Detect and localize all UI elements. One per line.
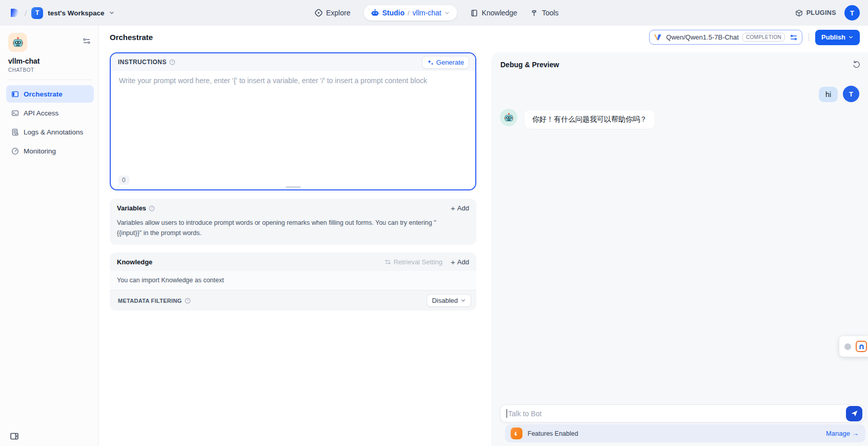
features-label: Features Enabled (528, 430, 578, 437)
gauge-icon (11, 147, 19, 155)
variables-description: Variables allow users to introduce promp… (110, 212, 476, 245)
header-divider (809, 33, 809, 41)
app-settings-icon[interactable] (83, 37, 91, 47)
sidebar-item-api-access[interactable]: API Access (6, 104, 94, 122)
plugins-button[interactable]: PLUGINS (795, 9, 836, 17)
retrieval-setting-label: Retrieval Setting (394, 258, 442, 266)
svg-text:?: ? (171, 60, 173, 64)
model-params-icon[interactable] (790, 33, 798, 42)
nav-knowledge[interactable]: Knowledge (471, 9, 517, 17)
robot-icon (371, 9, 379, 17)
nav-explore[interactable]: Explore (314, 9, 350, 17)
add-label: Add (457, 258, 469, 266)
extension-icon[interactable] (856, 341, 867, 352)
chevron-down-icon[interactable] (445, 10, 450, 16)
send-button[interactable] (846, 406, 862, 421)
nav-pill-slash: / (408, 9, 410, 17)
breadcrumb-slash: / (25, 9, 27, 17)
app-root: / T test's Workspace Explore (0, 0, 868, 446)
user-message-bubble: hi (819, 87, 838, 102)
debug-preview-title: Debug & Preview (500, 61, 559, 69)
explore-icon (314, 9, 322, 17)
debug-preview-panel: Debug & Preview hi T (491, 52, 868, 446)
knowledge-empty-text: You can import Knowledge as context (110, 271, 476, 290)
nav-tools-label: Tools (542, 9, 559, 17)
help-circle-icon[interactable]: ? (169, 59, 175, 65)
generate-label: Generate (436, 59, 464, 66)
app-icon (8, 33, 27, 52)
sidebar-item-monitoring[interactable]: Monitoring (6, 142, 94, 160)
resize-handle[interactable] (286, 186, 301, 188)
metadata-filtering-label: METADATA FILTERING (118, 298, 182, 304)
generate-button[interactable]: Generate (422, 56, 469, 69)
knowledge-title: Knowledge (117, 258, 152, 266)
help-circle-icon[interactable]: ? (149, 205, 155, 211)
bot-message-bubble: 你好！有什么问题我可以帮助你吗？ (524, 110, 655, 129)
metadata-filtering-row: METADATA FILTERING ? Disabled (110, 290, 476, 311)
sparkles-icon (427, 59, 434, 66)
sidebar-item-label: Monitoring (24, 147, 56, 155)
features-bar: Features Enabled Manage → (505, 424, 865, 442)
svg-text:?: ? (151, 206, 153, 210)
dify-logo[interactable] (9, 7, 20, 18)
nav-studio-active[interactable]: Studio / vllm-chat (364, 5, 457, 21)
svg-text:?: ? (187, 299, 189, 302)
arrow-right-icon: → (852, 430, 859, 437)
sidebar-app-name: vllm-chat (8, 57, 92, 65)
chat-input-box[interactable] (500, 404, 865, 422)
manage-label: Manage (826, 430, 850, 437)
help-circle-icon[interactable]: ? (185, 298, 191, 304)
drag-dot-icon (844, 343, 851, 350)
add-label: Add (457, 204, 469, 212)
prompt-editor[interactable]: Write your prompt word here, enter '{' t… (111, 71, 475, 189)
workspace-name[interactable]: test's Workspace (48, 9, 104, 17)
metadata-filtering-select[interactable]: Disabled (427, 294, 471, 307)
orchestrate-icon (11, 90, 19, 98)
nav-explore-label: Explore (326, 9, 350, 17)
sidebar-item-logs-annotations[interactable]: Logs & Annotations (6, 123, 94, 141)
sliders-icon (385, 259, 391, 265)
document-list-icon (11, 128, 19, 136)
prompt-placeholder: Write your prompt word here, enter '{' t… (119, 76, 427, 85)
instructions-title: INSTRUCTIONS (118, 59, 167, 66)
avatar: T (843, 86, 859, 102)
book-icon (471, 9, 478, 17)
top-bar: / T test's Workspace Explore (0, 0, 868, 26)
add-knowledge-button[interactable]: + Add (451, 258, 469, 266)
page-title: Orchestrate (110, 33, 153, 42)
nav-tools[interactable]: Tools (531, 9, 559, 17)
floating-extension-widget[interactable] (839, 336, 868, 357)
chevron-down-icon[interactable] (109, 10, 115, 16)
chat-message-bot: 你好！有什么问题我可以帮助你吗？ (500, 109, 859, 129)
publish-label: Publish (821, 33, 845, 41)
cube-icon (795, 9, 803, 17)
retrieval-setting-button[interactable]: Retrieval Setting (385, 258, 442, 266)
bot-avatar (500, 109, 517, 126)
orchestrate-config-column: INSTRUCTIONS ? Generate Write (98, 49, 491, 446)
variables-title: Variables (117, 204, 146, 212)
plus-icon: + (451, 204, 455, 212)
restart-conversation-icon[interactable] (852, 60, 861, 69)
chat-bottom-area: Features Enabled Manage → (500, 404, 865, 442)
terminal-icon (11, 109, 19, 117)
sidebar-item-orchestrate[interactable]: Orchestrate (6, 85, 94, 103)
app-type-badge: CHATBOT (8, 67, 92, 73)
manage-features-link[interactable]: Manage → (826, 430, 859, 437)
send-icon (851, 410, 858, 417)
vllm-logo-icon (654, 33, 662, 42)
char-count-badge: 0 (118, 176, 130, 185)
nav-app-name: vllm-chat (413, 9, 441, 17)
workspace-avatar[interactable]: T (31, 7, 43, 19)
hammer-icon (531, 9, 538, 17)
publish-button[interactable]: Publish (815, 30, 860, 45)
chevron-down-icon (460, 298, 466, 303)
chat-input[interactable] (508, 410, 841, 418)
nav-knowledge-label: Knowledge (482, 9, 517, 17)
add-variable-button[interactable]: + Add (451, 204, 469, 212)
user-avatar[interactable]: T (844, 5, 860, 21)
collapse-sidebar-button[interactable] (10, 432, 19, 443)
model-selector[interactable]: Qwen/Qwen1.5-7B-Chat COMPLETION (649, 30, 802, 45)
robot-emoji-icon (12, 36, 24, 49)
sidebar-item-label: Logs & Annotations (24, 128, 83, 136)
sidebar-item-label: API Access (24, 109, 58, 117)
